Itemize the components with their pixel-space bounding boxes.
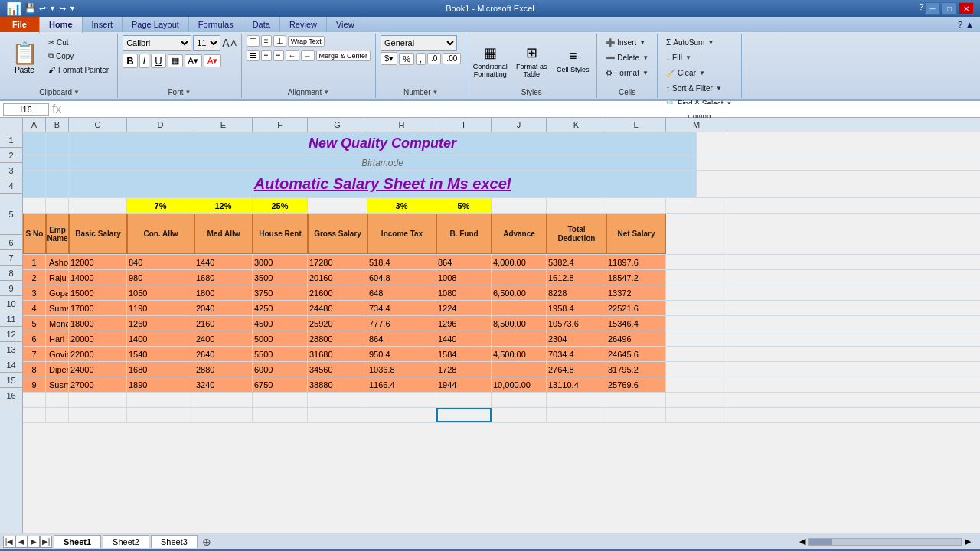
cell-g4[interactable] <box>308 198 368 213</box>
row-header-2[interactable]: 2 <box>0 148 22 163</box>
cell-e4[interactable]: 12% <box>194 198 253 213</box>
tab-file[interactable]: File <box>0 17 40 34</box>
cell-c2-merged[interactable]: Birtamode <box>69 155 697 170</box>
cell-a9[interactable]: 4 <box>23 301 46 315</box>
cell-j13[interactable] <box>492 362 547 377</box>
header-income-tax[interactable]: Income Tax <box>368 214 436 254</box>
alignment-expand-icon[interactable]: ▼ <box>323 89 329 96</box>
cell-m5[interactable] <box>666 214 727 254</box>
cell-l15[interactable] <box>606 393 666 407</box>
cell-d10[interactable]: 1260 <box>127 316 194 331</box>
cell-f15[interactable] <box>253 393 308 407</box>
row-header-1[interactable]: 1 <box>0 132 22 148</box>
col-header-l[interactable]: L <box>606 118 666 132</box>
row-header-7[interactable]: 7 <box>0 250 22 266</box>
cell-a3[interactable] <box>23 171 46 197</box>
col-header-a[interactable]: A <box>23 118 46 132</box>
cell-a8[interactable]: 3 <box>23 285 46 300</box>
cell-m6[interactable] <box>666 255 727 269</box>
cell-i11[interactable]: 1440 <box>436 331 492 346</box>
cell-k16[interactable] <box>547 408 606 422</box>
header-house-rent[interactable]: House Rent <box>253 214 308 254</box>
cell-c9[interactable]: 17000 <box>69 301 127 315</box>
row-header-10[interactable]: 10 <box>0 296 22 311</box>
cell-l10[interactable]: 15346.4 <box>606 316 666 331</box>
tab-home[interactable]: Home <box>40 17 83 34</box>
cell-d14[interactable]: 1890 <box>127 377 194 392</box>
align-middle-button[interactable]: ≡ <box>261 35 272 47</box>
cell-i10[interactable]: 1296 <box>436 316 492 331</box>
cell-b14[interactable]: Susmita <box>46 377 69 392</box>
cell-d13[interactable]: 1680 <box>127 362 194 377</box>
cell-h4[interactable]: 3% <box>368 198 436 213</box>
wrap-text-button[interactable]: Wrap Text <box>288 36 325 47</box>
cell-j8[interactable]: 6,500.00 <box>492 285 547 300</box>
col-header-b[interactable]: B <box>46 118 69 132</box>
cell-a13[interactable]: 8 <box>23 362 46 377</box>
tab-insert[interactable]: Insert <box>83 17 123 32</box>
col-header-m[interactable]: M <box>666 118 727 132</box>
cell-e13[interactable]: 2880 <box>194 362 253 377</box>
cell-i6[interactable]: 864 <box>436 255 492 269</box>
cell-g7[interactable]: 20160 <box>308 270 368 285</box>
cell-l12[interactable]: 24645.6 <box>606 347 666 361</box>
ribbon-minimize-icon[interactable]: ▲ <box>965 20 974 29</box>
header-sno[interactable]: S No <box>23 214 46 254</box>
customize-qa-icon[interactable]: ▼ <box>69 5 76 12</box>
row-header-12[interactable]: 12 <box>0 327 22 342</box>
cell-g16[interactable] <box>308 408 368 422</box>
cell-h9[interactable]: 734.4 <box>368 301 436 315</box>
col-header-h[interactable]: H <box>368 118 436 132</box>
cell-c13[interactable]: 24000 <box>69 362 127 377</box>
cell-l4[interactable] <box>606 198 666 213</box>
tab-view[interactable]: View <box>327 17 364 32</box>
cell-c15[interactable] <box>69 393 127 407</box>
cell-e9[interactable]: 2040 <box>194 301 253 315</box>
increase-decimal-button[interactable]: .00 <box>443 53 461 64</box>
autosum-button[interactable]: Σ AutoSum ▼ <box>662 35 717 49</box>
copy-button[interactable]: ⧉ Copy <box>44 49 113 63</box>
cell-b7[interactable]: Raju <box>46 270 69 285</box>
indent-decrease-button[interactable]: ← <box>286 50 299 61</box>
sheet-nav-prev[interactable]: ◀ <box>15 536 28 548</box>
cell-b11[interactable]: Hari <box>46 331 69 346</box>
indent-increase-button[interactable]: → <box>301 50 315 61</box>
minimize-button[interactable]: ─ <box>925 2 940 15</box>
cell-e16[interactable] <box>194 408 253 422</box>
cell-d7[interactable]: 980 <box>127 270 194 285</box>
row-header-3[interactable]: 3 <box>0 163 22 178</box>
cell-m4[interactable] <box>666 198 727 213</box>
tab-formulas[interactable]: Formulas <box>189 17 243 32</box>
insert-button[interactable]: ➕ Insert ▼ <box>602 35 649 49</box>
cell-g6[interactable]: 17280 <box>308 255 368 269</box>
cell-e8[interactable]: 1800 <box>194 285 253 300</box>
cell-d9[interactable]: 1190 <box>127 301 194 315</box>
align-top-button[interactable]: ⊤ <box>247 35 260 47</box>
cell-c8[interactable]: 15000 <box>69 285 127 300</box>
cell-e7[interactable]: 1680 <box>194 270 253 285</box>
number-format-select[interactable]: General <box>381 35 457 51</box>
cell-j10[interactable]: 8,500.00 <box>492 316 547 331</box>
cell-j9[interactable] <box>492 301 547 315</box>
cell-d15[interactable] <box>127 393 194 407</box>
font-size-select[interactable]: 11 <box>193 35 220 51</box>
format-button[interactable]: ⚙ Format ▼ <box>602 66 652 80</box>
cell-m8[interactable] <box>666 285 727 300</box>
cell-l16[interactable] <box>606 408 666 422</box>
cell-d6[interactable]: 840 <box>127 255 194 269</box>
undo-dropdown-icon[interactable]: ▼ <box>49 5 56 12</box>
cut-button[interactable]: ✂ Cut <box>44 35 113 49</box>
paste-button[interactable]: 📋 Paste <box>6 35 43 80</box>
cell-a2[interactable] <box>23 155 46 170</box>
cell-l11[interactable]: 26496 <box>606 331 666 346</box>
cell-m9[interactable] <box>666 301 727 315</box>
cell-k6[interactable]: 5382.4 <box>547 255 606 269</box>
cell-a11[interactable]: 6 <box>23 331 46 346</box>
sheet-nav-next[interactable]: ▶ <box>28 536 40 548</box>
cell-f13[interactable]: 6000 <box>253 362 308 377</box>
cell-h14[interactable]: 1166.4 <box>368 377 436 392</box>
decrease-decimal-button[interactable]: .0 <box>427 53 441 64</box>
cell-g8[interactable]: 21600 <box>308 285 368 300</box>
sheet-tab-2[interactable]: Sheet2 <box>103 535 149 548</box>
cell-e10[interactable]: 2160 <box>194 316 253 331</box>
